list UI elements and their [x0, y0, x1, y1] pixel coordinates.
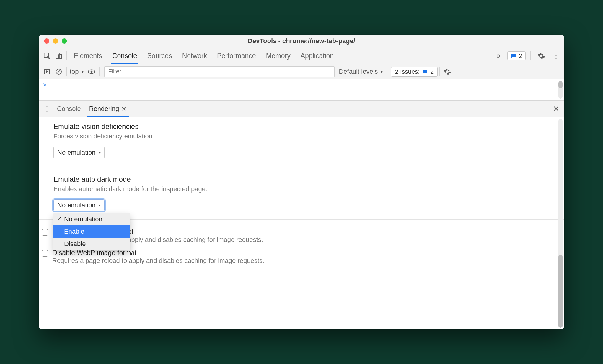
tab-application[interactable]: Application	[301, 47, 334, 64]
tab-console[interactable]: Console	[112, 47, 137, 64]
tab-network[interactable]: Network	[182, 47, 207, 64]
tab-label: Performance	[217, 52, 256, 60]
option-label: No emulation	[64, 215, 102, 223]
section-title: Emulate auto dark mode	[53, 175, 564, 183]
kebab-menu-icon[interactable]: ⋮	[550, 50, 562, 62]
window-title: DevTools - chrome://new-tab-page/	[39, 37, 564, 45]
issues-pill[interactable]: 2 Issues: 2	[391, 67, 438, 77]
scrollbar-thumb[interactable]	[558, 255, 563, 328]
inspect-element-icon[interactable]	[41, 50, 53, 62]
tab-label: Application	[301, 52, 334, 60]
clear-console-icon[interactable]	[53, 66, 65, 78]
message-icon	[511, 53, 516, 59]
console-output[interactable]: >	[39, 79, 564, 101]
more-tabs-icon[interactable]: »	[493, 50, 504, 62]
divider	[66, 51, 67, 60]
drawer-tab-rendering[interactable]: Rendering ✕	[87, 101, 129, 117]
section-title: Emulate vision deficiencies	[53, 122, 564, 131]
drawer-tab-label: Rendering	[89, 105, 119, 113]
levels-label: Default levels	[339, 68, 378, 76]
tab-label: Network	[182, 52, 207, 60]
message-icon	[422, 69, 428, 75]
settings-icon[interactable]	[535, 50, 547, 62]
scrollbar[interactable]	[558, 81, 563, 99]
filter-input[interactable]	[104, 66, 335, 77]
checkbox-description: Requires a page reload to apply and disa…	[52, 257, 264, 264]
tab-memory[interactable]: Memory	[266, 47, 291, 64]
messages-count: 2	[519, 52, 522, 59]
window-controls	[44, 38, 67, 44]
console-prompt: >	[43, 81, 46, 88]
device-toolbar-icon[interactable]	[53, 50, 65, 62]
divider	[389, 67, 389, 76]
issues-label: 2 Issues:	[395, 68, 420, 75]
titlebar: DevTools - chrome://new-tab-page/	[39, 35, 564, 47]
tab-label: Console	[112, 52, 137, 60]
tab-label: Memory	[266, 52, 291, 60]
disable-webp-checkbox[interactable]	[42, 250, 48, 257]
drawer-tab-label: Console	[57, 105, 81, 113]
log-levels-selector[interactable]: Default levels ▼	[338, 68, 385, 76]
select-value: No emulation	[57, 201, 96, 209]
drawer-tab-console[interactable]: Console	[55, 101, 83, 117]
close-window-button[interactable]	[44, 38, 49, 44]
divider	[439, 67, 440, 76]
tab-elements[interactable]: Elements	[74, 47, 102, 64]
main-tablist: Elements Console Sources Network Perform…	[74, 47, 334, 64]
tab-sources[interactable]: Sources	[147, 47, 172, 64]
checkbox-text: Disable WebP image format Requires a pag…	[52, 249, 264, 265]
svg-rect-1	[56, 53, 60, 59]
chevron-down-icon: ▾	[99, 203, 101, 208]
vision-deficiency-select[interactable]: No emulation ▾	[53, 147, 105, 158]
disable-avif-checkbox[interactable]	[42, 229, 48, 236]
close-drawer-icon[interactable]: ✕	[550, 103, 562, 115]
option-label: Enable	[64, 228, 84, 235]
section-auto-dark-mode: Emulate auto dark mode Enables automatic…	[53, 175, 564, 211]
section-description: Forces vision deficiency emulation	[53, 132, 564, 140]
console-settings-icon[interactable]	[441, 66, 453, 78]
scrollbar[interactable]	[558, 119, 563, 328]
main-toolbar-right: » 2 ⋮	[493, 50, 562, 62]
context-selector[interactable]: top ▼	[69, 68, 86, 76]
divider	[39, 167, 564, 167]
live-expression-icon[interactable]	[86, 66, 97, 78]
toggle-sidebar-icon[interactable]	[41, 66, 53, 78]
minimize-window-button[interactable]	[53, 38, 58, 44]
dropdown-option-no-emulation[interactable]: No emulation	[53, 213, 130, 225]
drawer-toolbar: ⋮ Console Rendering ✕ ✕	[39, 101, 564, 117]
select-value: No emulation	[57, 149, 96, 156]
chevron-down-icon: ▼	[380, 69, 384, 74]
tab-label: Sources	[147, 52, 172, 60]
main-toolbar: Elements Console Sources Network Perform…	[39, 47, 564, 64]
svg-point-6	[91, 70, 93, 73]
svg-rect-2	[59, 54, 62, 58]
scrollbar-thumb[interactable]	[558, 81, 563, 88]
context-label: top	[70, 68, 79, 76]
checkbox-description: oad to apply and disables caching for im…	[108, 236, 263, 243]
divider	[99, 67, 100, 76]
rendering-panel: Emulate vision deficiencies Forces visio…	[39, 117, 564, 329]
option-label: Disable	[64, 240, 86, 247]
dropdown-option-enable[interactable]: Enable	[53, 225, 130, 238]
issues-count: 2	[430, 68, 434, 75]
disable-webp-row: Disable WebP image format Requires a pag…	[42, 249, 564, 265]
section-vision-deficiencies: Emulate vision deficiencies Forces visio…	[53, 122, 564, 158]
devtools-window: DevTools - chrome://new-tab-page/ Elemen…	[39, 35, 564, 329]
close-tab-icon[interactable]: ✕	[121, 105, 126, 112]
tab-label: Elements	[74, 52, 102, 60]
console-toolbar: top ▼ Default levels ▼ 2 Issues: 2	[39, 64, 564, 79]
drawer-menu-icon[interactable]: ⋮	[41, 103, 53, 115]
divider	[530, 51, 531, 60]
tab-performance[interactable]: Performance	[217, 47, 256, 64]
divider	[66, 67, 67, 76]
auto-dark-mode-dropdown[interactable]: No emulation Enable Disable	[53, 213, 130, 250]
auto-dark-mode-select[interactable]: No emulation ▾	[53, 199, 105, 211]
chevron-down-icon: ▾	[99, 150, 101, 155]
messages-badge[interactable]: 2	[507, 51, 526, 60]
chevron-down-icon: ▼	[81, 69, 85, 74]
zoom-window-button[interactable]	[62, 38, 67, 44]
section-description: Enables automatic dark mode for the insp…	[53, 185, 564, 193]
dropdown-option-disable[interactable]: Disable	[53, 238, 130, 250]
